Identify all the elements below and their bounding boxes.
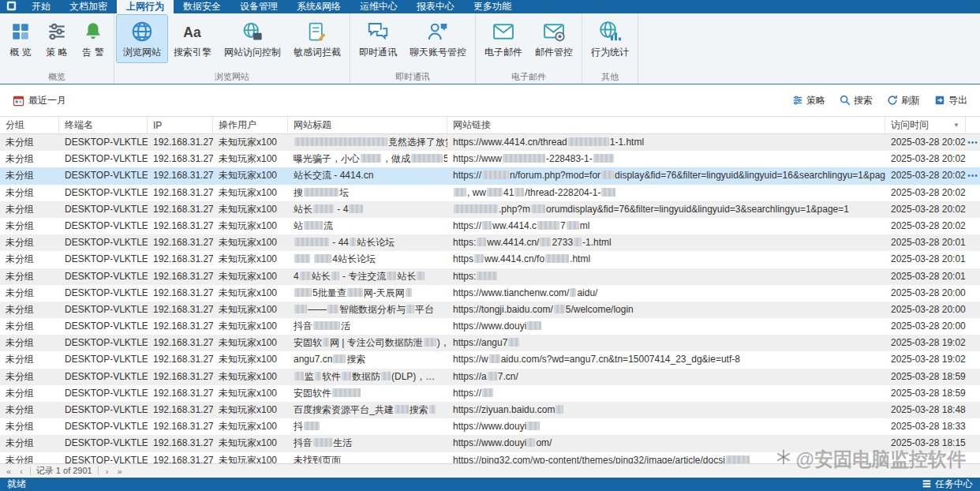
table-header: 分组终端名IP操作用户网站标题网站链接访问时间▼	[0, 117, 980, 134]
cell-url[interactable]: https://n/forum.php?mod=fordisplay&fid=7…	[447, 167, 885, 184]
table-row[interactable]: 未分组DESKTOP-VLKTLE1192.168.31.27未知玩家x100抖…	[0, 435, 980, 452]
cell-group: 未分组	[0, 351, 59, 368]
cell-url[interactable]: https:ww.4414.cn/2733-1.html	[447, 234, 885, 251]
cell-url[interactable]: https://	[447, 385, 885, 402]
first-page-button[interactable]: «	[5, 467, 13, 476]
app-menu-button[interactable]	[0, 0, 22, 13]
cell-user: 未知玩家x100	[213, 151, 288, 167]
table-row[interactable]: 未分组DESKTOP-VLKTLE1192.168.31.27未知玩家x100安…	[0, 385, 980, 402]
search-button[interactable]: 搜索	[840, 94, 873, 107]
table-row[interactable]: 未分组DESKTOP-VLKTLE1192.168.31.27未知玩家x100a…	[0, 351, 980, 368]
cell-url[interactable]: httpsww.4414.cn/fo.html	[447, 251, 885, 268]
export-button[interactable]: 导出	[934, 94, 967, 107]
table-row[interactable]: 未分组DESKTOP-VLKTLE1192.168.31.27未知玩家x100抖…	[0, 318, 980, 335]
column-header-url[interactable]: 网站链接	[447, 117, 885, 133]
table-row[interactable]: 未分组DESKTOP-VLKTLE1192.168.31.27未知玩家x100 …	[0, 234, 980, 251]
row-more-button[interactable]: •••	[966, 167, 980, 184]
column-header-group[interactable]: 分组	[0, 117, 59, 133]
redaction-blur	[555, 405, 563, 414]
last-page-button[interactable]: »	[115, 467, 123, 476]
table-row[interactable]: 未分组DESKTOP-VLKTLE1192.168.31.27未知玩家x100百…	[0, 402, 980, 418]
browse-website-button[interactable]: 浏览网站	[117, 15, 167, 62]
cell-url[interactable]: https:	[447, 268, 885, 285]
ribbon-tab-9[interactable]: 更多功能	[464, 0, 521, 13]
column-header-time[interactable]: 访问时间▼	[885, 117, 966, 133]
table-row[interactable]: 未分组DESKTOP-VLKTLE1192.168.31.27未知玩家x100站…	[0, 167, 980, 184]
policy-toolbar-button[interactable]: 策略	[792, 94, 825, 107]
search-engine-button[interactable]: Aa搜索引擎	[167, 15, 218, 62]
behavior-stats-button[interactable]: 行为统计	[585, 15, 635, 62]
cell-url[interactable]: https://tongji.baidu.com/5/welcome/login	[447, 302, 885, 318]
cell-url[interactable]: https://a7.cn/	[447, 369, 885, 385]
column-header-terminal[interactable]: 终端名	[59, 117, 148, 133]
cell-url[interactable]: https://waidu.com/s?wd=angu7.cn&tn=15007…	[447, 351, 885, 368]
redaction-blur	[313, 204, 334, 213]
table-row[interactable]: 未分组DESKTOP-VLKTLE1192.168.31.27未知玩家x100 …	[0, 251, 980, 268]
table-row[interactable]: 未分组DESKTOP-VLKTLE1192.168.31.27未知玩家x100站…	[0, 201, 980, 218]
email-button[interactable]: 电子邮件	[478, 15, 529, 62]
ribbon-tab-8[interactable]: 报表中心	[407, 0, 464, 13]
search-engine-icon: Aa	[181, 19, 204, 44]
ribbon-tab-1[interactable]: 开始	[22, 0, 60, 13]
ribbon-group: 电子邮件邮件管控电子邮件	[476, 13, 582, 84]
cell-url[interactable]: https://www.tianchenw.com/aidu/	[447, 285, 885, 302]
table-row[interactable]: 未分组DESKTOP-VLKTLE1192.168.31.27未知玩家x1005…	[0, 285, 980, 302]
next-page-button[interactable]: ›	[104, 467, 110, 476]
cell-url[interactable]: https://www.douyiom/	[447, 435, 885, 452]
column-header-ip[interactable]: IP	[148, 117, 213, 133]
ribbon-tab-6[interactable]: 系统&网络	[287, 0, 350, 13]
cell-terminal: DESKTOP-VLKTLE1	[59, 268, 148, 285]
ribbon-tab-4[interactable]: 数据安全	[174, 0, 230, 13]
row-more-button	[966, 218, 980, 234]
keyword-block-button[interactable]: 敏感词拦截	[287, 15, 347, 62]
ribbon-tab-2[interactable]: 文档加密	[60, 0, 117, 13]
ribbon-tab-3[interactable]: 上网行为	[117, 0, 174, 13]
filter-arrow-icon[interactable]: ▼	[953, 122, 959, 129]
cell-time: 2025-03-28 20:00:44	[885, 285, 966, 302]
table-row[interactable]: 未分组DESKTOP-VLKTLE1192.168.31.27未知玩家x100抖…	[0, 418, 980, 435]
table-row[interactable]: 未分组DESKTOP-VLKTLE1192.168.31.27未知玩家x100安…	[0, 335, 980, 351]
cell-url[interactable]: , ww41/thread-228204-1-	[447, 185, 885, 201]
toolbar-actions: 策略搜索刷新导出	[778, 94, 967, 107]
chat-account-button[interactable]: 聊天账号管控	[403, 15, 473, 62]
date-range-filter[interactable]: 最近一月	[13, 94, 66, 107]
ribbon-tab-7[interactable]: 运维中心	[350, 0, 407, 13]
table-row[interactable]: 未分组DESKTOP-VLKTLE1192.168.31.27未知玩家x100未…	[0, 452, 980, 463]
table-row[interactable]: 未分组DESKTOP-VLKTLE1192.168.31.27未知玩家x100搜…	[0, 185, 980, 201]
column-header-title[interactable]: 网站标题	[288, 117, 447, 133]
cell-url[interactable]: https://www.douyi	[447, 418, 885, 435]
cell-ip: 192.168.31.27	[148, 452, 213, 463]
row-more-button	[966, 302, 980, 318]
prev-page-button[interactable]: ‹	[18, 467, 24, 476]
policy-button[interactable]: 策 略	[39, 15, 75, 62]
refresh-button[interactable]: 刷新	[887, 94, 920, 107]
redaction-blur	[395, 405, 409, 414]
table-row[interactable]: 未分组DESKTOP-VLKTLE1192.168.31.27未知玩家x1004…	[0, 268, 980, 285]
cell-url[interactable]: https://ziyuan.baidu.com	[447, 402, 885, 418]
table-row[interactable]: 未分组DESKTOP-VLKTLE1192.168.31.27未知玩家x100站…	[0, 218, 980, 234]
cell-terminal: DESKTOP-VLKTLE1	[59, 151, 148, 167]
cell-url[interactable]: https://angu7	[447, 335, 885, 351]
table-row[interactable]: 未分组DESKTOP-VLKTLE1192.168.31.27未知玩家x100监…	[0, 369, 980, 385]
cell-url[interactable]: .php?morumdisplay&fid=76&filter=lingyuid…	[447, 201, 885, 218]
im-button[interactable]: 即时通讯	[353, 15, 403, 62]
cell-url[interactable]: https://ww.4414.c7ml	[447, 218, 885, 234]
cell-url[interactable]: https://ping32.com/wp-content/themes/pin…	[447, 452, 885, 463]
cell-url[interactable]: https://www.douyi	[447, 318, 885, 335]
task-center-button[interactable]: 任务中心	[922, 478, 973, 491]
cell-url[interactable]: https://www-228483-1-	[447, 151, 885, 167]
row-more-button[interactable]: •••	[966, 134, 980, 151]
ribbon-tab-5[interactable]: 设备管理	[230, 0, 287, 13]
cell-url[interactable]: https://www.4414.cn/thread1-1.html	[447, 134, 885, 151]
web-access-control-button[interactable]: 网站访问控制	[218, 15, 287, 62]
column-header-label: 访问时间	[891, 118, 929, 132]
alert-button[interactable]: 告 警	[75, 15, 111, 62]
table-row[interactable]: 未分组DESKTOP-VLKTLE1192.168.31.27未知玩家x100竟…	[0, 134, 980, 151]
table-row[interactable]: 未分组DESKTOP-VLKTLE1192.168.31.27未知玩家x100曝…	[0, 151, 980, 167]
column-header-user[interactable]: 操作用户	[213, 117, 288, 133]
table-row[interactable]: 未分组DESKTOP-VLKTLE1192.168.31.27未知玩家x100—…	[0, 302, 980, 318]
ribbon-group-buttons: 即时通讯聊天账号管控	[353, 15, 473, 70]
overview-button[interactable]: 概 览	[2, 15, 39, 62]
email-control-button[interactable]: 邮件管控	[529, 15, 579, 62]
redaction-blur	[554, 305, 565, 313]
